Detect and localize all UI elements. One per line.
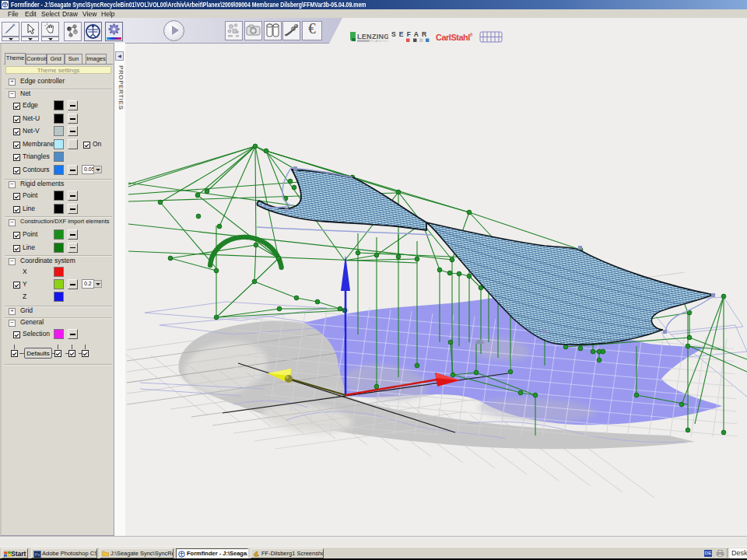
svg-text:PLASTICS: PLASTICS <box>370 39 388 43</box>
svg-text:SEFAR: SEFAR <box>391 30 430 38</box>
